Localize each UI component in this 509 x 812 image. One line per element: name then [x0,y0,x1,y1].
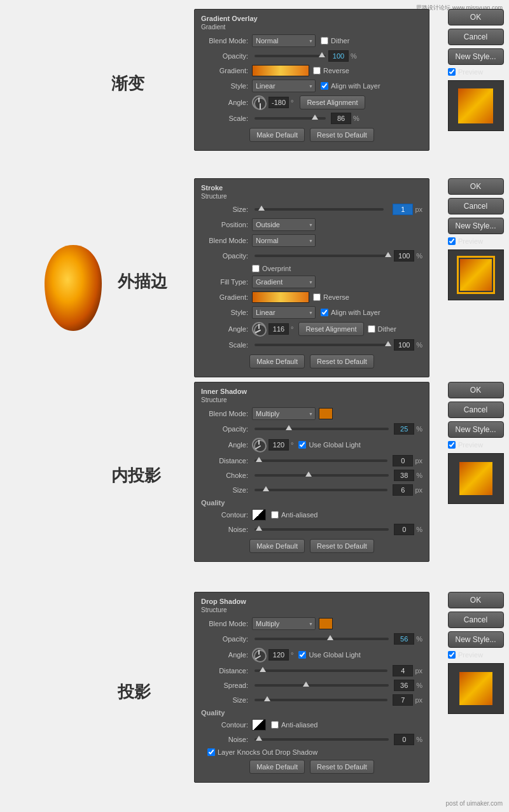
ds-distance-thumb[interactable] [260,667,266,672]
angle-input[interactable] [268,97,289,108]
position-select[interactable]: Outside [252,218,316,231]
stroke-blend-select-wrap[interactable]: Normal [252,234,316,247]
position-select-wrap[interactable]: Outside [252,218,316,231]
stroke-opacity-thumb[interactable] [385,252,391,257]
ds-make-default-btn[interactable]: Make Default [249,760,305,774]
scale-slider[interactable] [254,117,326,120]
ds-blend-select-wrap[interactable]: Multiply [252,617,316,630]
stroke-align-wrap[interactable]: Align with Layer [321,309,380,316]
ds-layer-knocks-wrap[interactable]: Layer Knocks Out Drop Shadow [201,748,422,756]
ds-blend-select[interactable]: Multiply [252,617,316,630]
is-distance-thumb[interactable] [256,457,262,462]
is-choke-thumb[interactable] [305,472,312,477]
ok-btn-3[interactable]: OK [448,382,504,398]
align-layer-wrap[interactable]: Align with Layer [321,82,380,90]
stroke-style-select[interactable]: Linear [252,306,316,319]
opacity-slider[interactable] [254,55,326,57]
is-angle-input[interactable] [268,439,289,451]
is-reset-default-btn[interactable]: Reset to Default [310,539,374,553]
ok-btn-1[interactable]: OK [448,9,504,25]
stroke-reverse-wrap[interactable]: Reverse [313,293,349,301]
preview-checkbox-3[interactable] [448,441,456,449]
stroke-opacity-input[interactable] [394,250,414,262]
ds-angle-input[interactable] [268,649,289,661]
stroke-dither-checkbox[interactable] [368,325,375,333]
style-select[interactable]: Linear [252,80,316,92]
ds-opacity-input[interactable] [394,633,414,645]
ds-spread-slider[interactable] [254,684,389,687]
ds-angle-dial[interactable] [252,648,266,662]
preview-wrap-4[interactable]: Preview [445,651,483,659]
is-distance-slider[interactable] [254,459,387,462]
cancel-btn-2[interactable]: Cancel [448,198,504,214]
preview-wrap-1[interactable]: Preview [445,68,483,76]
preview-checkbox-4[interactable] [448,651,456,659]
preview-wrap-2[interactable]: Preview [445,237,483,245]
stroke-align-checkbox[interactable] [321,309,328,316]
is-global-light-wrap[interactable]: Use Global Light [298,441,360,449]
stroke-scale-slider[interactable] [254,344,389,346]
dither-checkbox[interactable] [321,37,328,45]
stroke-style-select-wrap[interactable]: Linear [252,306,316,319]
dither-checkbox-wrap[interactable]: Dither [321,37,349,45]
ds-spread-input[interactable] [394,680,414,691]
ds-noise-thumb[interactable] [256,736,262,741]
cancel-btn-1[interactable]: Cancel [448,29,504,45]
stroke-reverse-checkbox[interactable] [313,293,321,301]
ds-contour-box[interactable] [252,719,266,731]
is-blend-select-wrap[interactable]: Multiply [252,407,316,420]
ds-color-swatch[interactable] [319,618,333,629]
reverse-wrap[interactable]: Reverse [313,67,349,74]
ds-distance-input[interactable] [393,665,413,676]
is-choke-slider[interactable] [254,474,389,477]
preview-checkbox-1[interactable] [448,68,456,76]
new-style-btn-3[interactable]: New Style... [448,421,504,438]
overprint-checkbox[interactable] [252,265,260,272]
is-size-slider[interactable] [254,489,387,491]
stroke-reset-alignment-btn[interactable]: Reset Alignment [298,322,363,336]
blend-mode-select-wrap[interactable]: Normal [252,34,316,47]
is-noise-slider[interactable] [254,528,389,531]
is-anti-alias-checkbox[interactable] [271,511,279,519]
ok-btn-2[interactable]: OK [448,178,504,195]
ds-distance-slider[interactable] [254,669,387,672]
is-opacity-slider[interactable] [254,428,389,430]
ok-btn-4[interactable]: OK [448,592,504,608]
reset-alignment-btn[interactable]: Reset Alignment [300,95,365,109]
preview-checkbox-2[interactable] [448,237,456,245]
scale-thumb[interactable] [312,115,318,120]
align-layer-checkbox[interactable] [321,82,328,90]
ds-size-input[interactable] [393,694,413,706]
stroke-size-slider[interactable] [254,208,384,211]
ds-anti-alias-wrap[interactable]: Anti-aliased [271,721,317,729]
blend-mode-select[interactable]: Normal [252,34,316,47]
stroke-scale-thumb[interactable] [385,341,391,346]
style-select-wrap[interactable]: Linear [252,80,316,92]
gradient-bar[interactable] [252,65,309,76]
is-opacity-thumb[interactable] [286,425,292,430]
stroke-angle-input[interactable] [268,323,289,335]
is-size-input[interactable] [393,484,413,496]
ds-spread-thumb[interactable] [303,682,309,687]
stroke-size-input[interactable] [393,204,413,215]
ds-opacity-slider[interactable] [254,638,389,640]
is-blend-select[interactable]: Multiply [252,407,316,420]
opacity-thumb[interactable] [319,52,325,57]
ds-noise-input[interactable] [394,734,414,745]
ds-size-slider[interactable] [254,699,387,701]
angle-dial[interactable] [252,95,266,109]
stroke-opacity-slider[interactable] [254,255,389,257]
stroke-dither-wrap[interactable]: Dither [368,325,396,333]
overprint-wrap[interactable]: Overprint [252,265,291,272]
is-color-swatch[interactable] [319,408,333,419]
ds-size-thumb[interactable] [264,696,270,701]
new-style-btn-1[interactable]: New Style... [448,48,504,65]
is-size-thumb[interactable] [263,486,269,491]
reset-default-btn[interactable]: Reset to Default [310,128,374,142]
is-choke-input[interactable] [394,470,414,481]
is-contour-box[interactable] [252,509,266,521]
preview-wrap-3[interactable]: Preview [445,441,483,449]
opacity-input[interactable]: 100 [328,50,349,62]
ds-noise-slider[interactable] [254,738,389,741]
is-angle-dial[interactable] [252,438,266,452]
